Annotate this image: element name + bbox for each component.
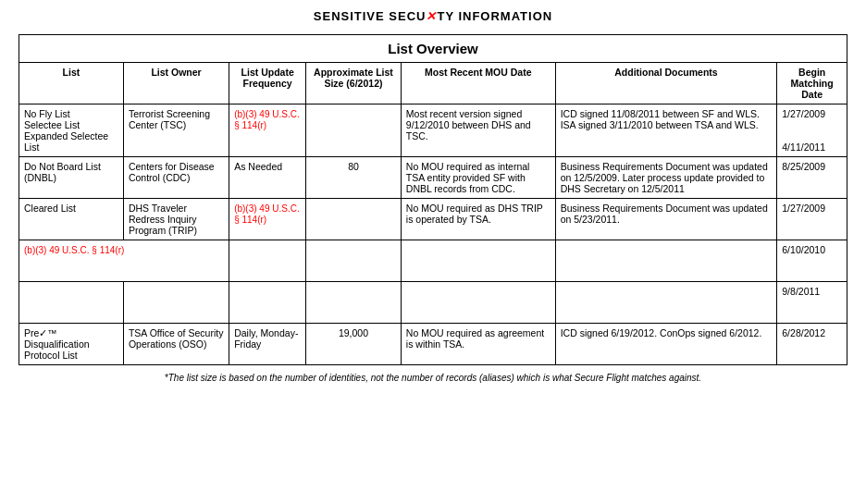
cell-size xyxy=(306,199,402,240)
col-mou: Most Recent MOU Date xyxy=(401,63,555,104)
table-row: Do Not Board List (DNBL) Centers for Dis… xyxy=(19,157,847,199)
col-owner: List Owner xyxy=(123,63,229,104)
cell-mou: Most recent version signed 9/12/2010 bet… xyxy=(401,104,555,157)
table-row: 9/8/2011 xyxy=(19,282,847,324)
cell-list: Do Not Board List (DNBL) xyxy=(19,157,124,199)
table-row: Cleared List DHS Traveler Redress Inquir… xyxy=(19,199,847,240)
cell-size: 19,000 xyxy=(306,324,402,365)
cell-docs: Business Requirements Document was updat… xyxy=(555,157,777,199)
page-header: SENSITIVE SECU✕TY INFORMATION xyxy=(19,9,847,23)
col-size: Approximate List Size (6/2012) xyxy=(306,63,402,104)
cell-owner: Centers for Disease Control (CDC) xyxy=(123,157,229,199)
list-overview-table: List Overview List List Owner List Updat… xyxy=(19,34,847,365)
header-text-suffix: TY INFORMATION xyxy=(437,9,552,23)
cell-list: Cleared List xyxy=(19,199,124,240)
col-frequency: List Update Frequency xyxy=(229,63,306,104)
cell-size: 80 xyxy=(306,157,402,199)
table-caption: List Overview xyxy=(19,35,847,63)
cell-blank xyxy=(123,282,229,324)
cell-blank xyxy=(306,282,402,324)
cell-docs: ICD signed 11/08/2011 between SF and WLS… xyxy=(555,104,777,157)
cell-size xyxy=(306,104,402,157)
table-row: Pre✓™ Disqualification Protocol List TSA… xyxy=(19,324,847,365)
cell-mou: No MOU required as agreement is within T… xyxy=(401,324,555,365)
cell-mou-redacted xyxy=(401,240,555,282)
table-row: (b)(3) 49 U.S.C. § 114(r) 6/10/2010 xyxy=(19,240,847,282)
cell-frequency: Daily, Monday-Friday xyxy=(229,324,306,365)
cell-owner: DHS Traveler Redress Inquiry Program (TR… xyxy=(123,199,229,240)
cell-docs: ICD signed 6/19/2012. ConOps signed 6/20… xyxy=(555,324,777,365)
cell-blank xyxy=(229,282,306,324)
footnote: *The list size is based on the number of… xyxy=(19,373,847,383)
cell-begin-date: 6/28/2012 xyxy=(777,324,847,365)
cell-blank xyxy=(19,282,124,324)
table-title-row: List Overview xyxy=(19,35,847,63)
cell-blank xyxy=(401,282,555,324)
table-row: No Fly List Selectee List Expanded Selec… xyxy=(19,104,847,157)
cell-begin-date: 1/27/2009 xyxy=(777,199,847,240)
cell-begin-date-blank: 9/8/2011 xyxy=(777,282,847,324)
cell-begin-date-redacted: 6/10/2010 xyxy=(777,240,847,282)
header-text: SENSITIVE SECU xyxy=(314,9,427,23)
column-header-row: List List Owner List Update Frequency Ap… xyxy=(19,63,847,104)
cell-docs: Business Requirements Document was updat… xyxy=(555,199,777,240)
cell-docs-redacted xyxy=(555,240,777,282)
cell-owner: Terrorist Screening Center (TSC) xyxy=(123,104,229,157)
cell-frequency: (b)(3) 49 U.S.C. § 114(r) xyxy=(229,104,306,157)
cell-begin-date: 8/25/2009 xyxy=(777,157,847,199)
cell-mou: No MOU required as DHS TRIP is operated … xyxy=(401,199,555,240)
cell-blank xyxy=(555,282,777,324)
cell-owner: TSA Office of Security Operations (OSO) xyxy=(123,324,229,365)
x-mark: ✕ xyxy=(426,9,437,23)
cell-mou: No MOU required as internal TSA entity p… xyxy=(401,157,555,199)
cell-frequency-redacted xyxy=(229,240,306,282)
cell-list: No Fly List Selectee List Expanded Selec… xyxy=(19,104,124,157)
cell-begin-date: 1/27/20094/11/2011 xyxy=(777,104,847,157)
cell-list: Pre✓™ Disqualification Protocol List xyxy=(19,324,124,365)
col-list: List xyxy=(19,63,124,104)
cell-redacted-label: (b)(3) 49 U.S.C. § 114(r) xyxy=(19,240,229,282)
col-date: Begin Matching Date xyxy=(777,63,847,104)
cell-size-redacted xyxy=(306,240,402,282)
cell-frequency: As Needed xyxy=(229,157,306,199)
col-docs: Additional Documents xyxy=(555,63,777,104)
cell-frequency: (b)(3) 49 U.S.C. § 114(r) xyxy=(229,199,306,240)
